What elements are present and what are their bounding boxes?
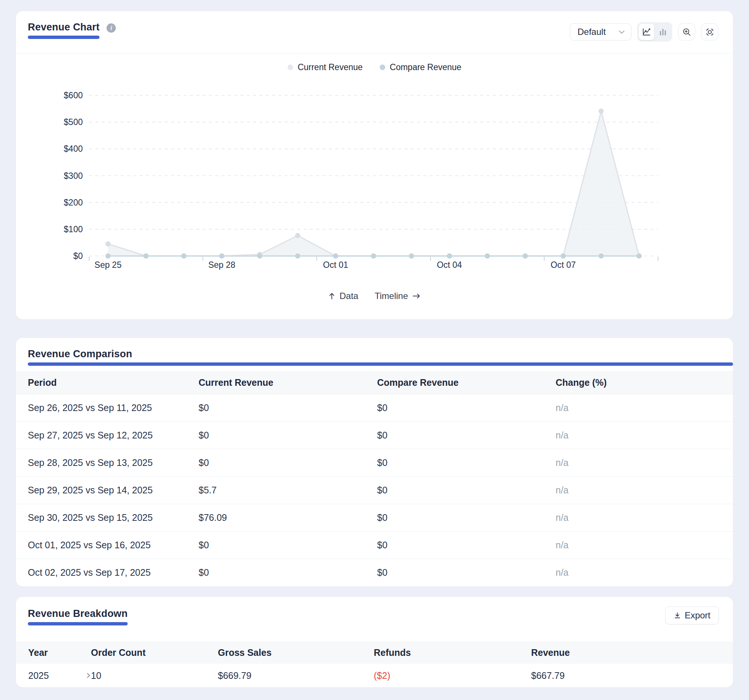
svg-text:$300: $300	[64, 171, 83, 181]
revenue-comparison-card: Revenue Comparison Period Current Revenu…	[16, 338, 733, 587]
chart-point[interactable]	[485, 253, 490, 259]
focus-scan-icon	[705, 27, 714, 37]
svg-text:Oct 01: Oct 01	[323, 260, 348, 270]
legend-item-current-revenue[interactable]: Current Revenue	[287, 63, 362, 72]
series-line-current-revenue	[108, 111, 639, 256]
chart-card-header: Revenue Chart i Default	[16, 11, 733, 53]
column-header-revenue: Revenue	[531, 647, 733, 658]
change-cell: n/a	[556, 567, 733, 578]
restore-button[interactable]	[701, 23, 718, 40]
chart-point[interactable]	[333, 253, 338, 259]
arrow-up-icon	[328, 292, 336, 300]
chart-point[interactable]	[181, 253, 186, 259]
chart-point[interactable]	[257, 253, 262, 259]
table-row: Sep 30, 2025 vs Sep 15, 2025$76.09$0n/a	[16, 504, 733, 531]
breakdown-table-header: Year Order Count Gross Sales Refunds Rev…	[16, 641, 733, 663]
breakdown-table-body: 202510$669.79($2)$667.79	[16, 663, 733, 688]
table-row: Sep 28, 2025 vs Sep 13, 2025$0$0n/a	[16, 449, 733, 476]
column-header-current-revenue: Current Revenue	[199, 377, 377, 388]
period-cell: Oct 02, 2025 vs Sep 17, 2025	[16, 567, 199, 578]
chart-preset-select[interactable]: Default	[570, 23, 631, 40]
chart-point[interactable]	[637, 253, 642, 259]
column-header-gross-sales: Gross Sales	[218, 647, 374, 658]
column-header-compare-revenue: Compare Revenue	[377, 377, 556, 388]
info-icon[interactable]: i	[107, 23, 116, 33]
period-cell: Sep 30, 2025 vs Sep 15, 2025	[16, 512, 199, 523]
column-header-period: Period	[16, 377, 199, 388]
year-cell: 2025	[16, 670, 91, 681]
title-accent-bar	[28, 622, 128, 625]
current-revenue-cell: $0	[199, 430, 377, 441]
title-accent-bar	[28, 363, 733, 366]
table-row: Oct 01, 2025 vs Sep 16, 2025$0$0n/a	[16, 531, 733, 559]
column-header-refunds: Refunds	[374, 647, 531, 658]
legend-label: Current Revenue	[298, 63, 362, 72]
svg-text:$0: $0	[73, 251, 83, 261]
compare-revenue-cell: $0	[377, 403, 556, 413]
chart-point[interactable]	[447, 253, 452, 259]
chart-point[interactable]	[295, 253, 300, 259]
revenue-cell: $667.79	[531, 670, 733, 681]
data-view-label: Data	[339, 291, 359, 301]
legend-label: Compare Revenue	[390, 63, 462, 72]
revenue-line-chart[interactable]: $0$100$200$300$400$500$600Sep 25Sep 28Oc…	[16, 85, 733, 274]
change-cell: n/a	[556, 485, 733, 496]
revenue-chart-card: Revenue Chart i Default	[16, 11, 733, 319]
expand-row-button[interactable]	[86, 672, 91, 679]
chart-point[interactable]	[599, 109, 604, 114]
chart-point[interactable]	[371, 253, 376, 259]
compare-revenue-cell: $0	[377, 430, 556, 441]
current-revenue-cell: $0	[199, 540, 377, 551]
chart-legend: Current RevenueCompare Revenue	[16, 62, 733, 73]
gross-sales-cell: $669.79	[218, 670, 374, 681]
change-cell: n/a	[556, 430, 733, 441]
compare-revenue-cell: $0	[377, 567, 556, 578]
timeline-label: Timeline	[374, 291, 408, 301]
legend-dot	[380, 64, 385, 70]
data-view-button[interactable]: Data	[328, 291, 359, 301]
current-revenue-cell: $76.09	[199, 512, 377, 523]
period-cell: Sep 28, 2025 vs Sep 13, 2025	[16, 458, 199, 468]
legend-dot	[287, 64, 293, 70]
chart-footer-controls: Data Timeline	[16, 288, 733, 305]
svg-text:$500: $500	[64, 117, 83, 127]
svg-text:$100: $100	[64, 224, 83, 234]
chart-point[interactable]	[561, 253, 566, 259]
export-button[interactable]: Export	[665, 607, 719, 624]
page-title: Revenue Chart	[28, 21, 99, 33]
export-label: Export	[685, 610, 711, 621]
current-revenue-cell: $0	[199, 403, 377, 413]
title-accent-bar	[28, 36, 99, 39]
chart-point[interactable]	[105, 241, 111, 247]
chart-point[interactable]	[105, 253, 111, 259]
comparison-table-body: Sep 26, 2025 vs Sep 11, 2025$0$0n/aSep 2…	[16, 394, 733, 586]
legend-item-compare-revenue[interactable]: Compare Revenue	[380, 63, 462, 72]
svg-text:$400: $400	[64, 144, 83, 154]
period-cell: Sep 27, 2025 vs Sep 12, 2025	[16, 430, 199, 441]
table-row: 202510$669.79($2)$667.79	[16, 663, 733, 688]
chart-point[interactable]	[143, 253, 148, 259]
comparison-table-header: Period Current Revenue Compare Revenue C…	[16, 371, 733, 394]
chart-point[interactable]	[219, 253, 225, 259]
table-row: Sep 29, 2025 vs Sep 14, 2025$5.7$0n/a	[16, 476, 733, 504]
svg-text:Oct 07: Oct 07	[551, 260, 576, 270]
comparison-title: Revenue Comparison	[28, 348, 733, 360]
chart-point[interactable]	[409, 253, 414, 259]
zoom-button[interactable]	[678, 23, 695, 40]
chart-point[interactable]	[295, 233, 300, 238]
revenue-breakdown-card: Revenue Breakdown Export Year Order Coun…	[16, 597, 733, 688]
line-chart-toggle-button[interactable]	[639, 24, 654, 40]
compare-revenue-cell: $0	[377, 485, 556, 496]
bar-chart-toggle-button[interactable]	[655, 24, 671, 40]
change-cell: n/a	[556, 540, 733, 551]
chart-type-toggle	[637, 22, 672, 41]
year-value: 2025	[28, 670, 49, 681]
current-revenue-cell: $5.7	[199, 485, 377, 496]
chevron-down-icon	[618, 30, 625, 34]
period-cell: Oct 01, 2025 vs Sep 16, 2025	[16, 540, 199, 551]
chart-point[interactable]	[523, 253, 528, 259]
column-header-change: Change (%)	[556, 377, 733, 388]
period-cell: Sep 26, 2025 vs Sep 11, 2025	[16, 403, 199, 413]
chart-point[interactable]	[599, 253, 604, 259]
timeline-button[interactable]: Timeline	[374, 291, 421, 301]
